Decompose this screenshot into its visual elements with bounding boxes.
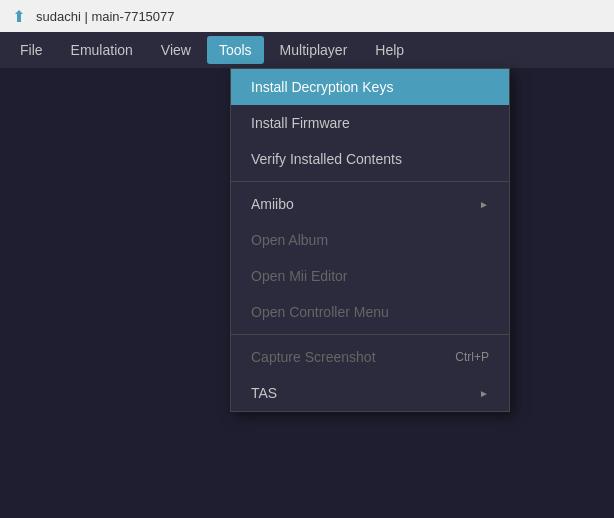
menu-item-install-firmware[interactable]: Install Firmware	[231, 105, 509, 141]
amiibo-arrow-icon: ►	[479, 199, 489, 210]
menu-tools[interactable]: Tools	[207, 36, 264, 64]
title-bar-text: sudachi | main-7715077	[36, 9, 175, 24]
menu-bar: File Emulation View Tools Multiplayer He…	[0, 32, 614, 68]
menu-item-capture-screenshot: Capture Screenshot Ctrl+P	[231, 339, 509, 375]
separator-2	[231, 334, 509, 335]
menu-item-open-controller-menu: Open Controller Menu	[231, 294, 509, 330]
menu-item-open-mii-editor: Open Mii Editor	[231, 258, 509, 294]
menu-item-open-album: Open Album	[231, 222, 509, 258]
menu-item-amiibo[interactable]: Amiibo ►	[231, 186, 509, 222]
menu-help[interactable]: Help	[363, 36, 416, 64]
menu-item-install-decryption-keys[interactable]: Install Decryption Keys	[231, 69, 509, 105]
menu-view[interactable]: View	[149, 36, 203, 64]
menu-multiplayer[interactable]: Multiplayer	[268, 36, 360, 64]
title-bar: sudachi | main-7715077	[0, 0, 614, 32]
menu-file[interactable]: File	[8, 36, 55, 64]
tools-dropdown: Install Decryption Keys Install Firmware…	[230, 68, 510, 412]
tas-arrow-icon: ►	[479, 388, 489, 399]
separator-1	[231, 181, 509, 182]
app-icon	[10, 7, 28, 25]
menu-item-tas[interactable]: TAS ►	[231, 375, 509, 411]
menu-emulation[interactable]: Emulation	[59, 36, 145, 64]
menu-item-verify-installed-contents[interactable]: Verify Installed Contents	[231, 141, 509, 177]
